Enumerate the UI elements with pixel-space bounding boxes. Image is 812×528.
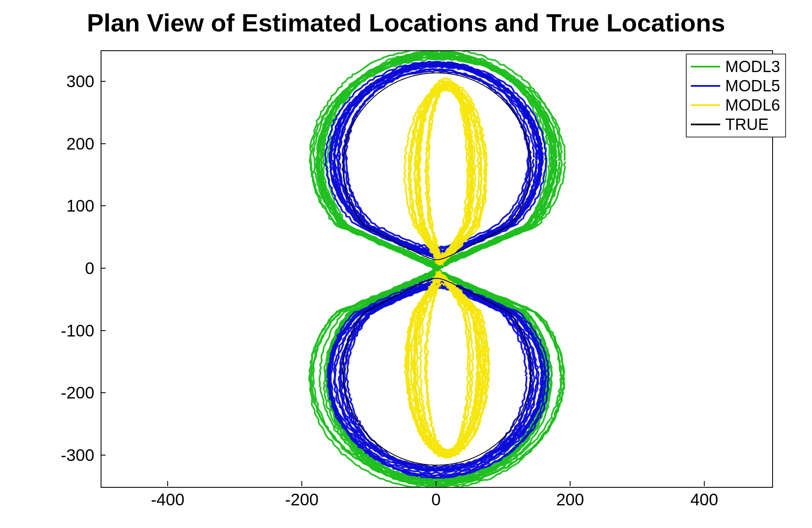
legend-label-modl6: MODL6	[725, 96, 780, 114]
legend-item-modl5: MODL5	[691, 76, 780, 96]
x-tick-mark	[301, 481, 302, 486]
series-path-modl3	[319, 50, 553, 269]
legend-item-modl3: MODL3	[691, 57, 780, 76]
x-tick-label: -400	[151, 490, 184, 509]
x-tick-mark	[704, 481, 705, 486]
y-tick-mark	[101, 143, 106, 144]
series-path-modl6	[426, 83, 472, 262]
y-tick-mark	[101, 81, 106, 82]
legend-swatch-true	[691, 124, 720, 125]
y-tick-mark	[101, 205, 106, 206]
x-tick-label: -200	[285, 490, 319, 509]
y-tick-label: -200	[61, 383, 94, 402]
x-tick-mark	[436, 481, 436, 486]
legend-swatch-modl6	[691, 104, 720, 106]
legend-label-true: TRUE	[725, 116, 768, 134]
x-tick-mark	[167, 481, 168, 486]
figure: Plan View of Estimated Locations and Tru…	[0, 0, 812, 528]
y-tick-label: -100	[61, 321, 94, 340]
legend-swatch-modl3	[691, 66, 720, 67]
y-tick-mark	[101, 268, 106, 269]
x-tick-label: 0	[431, 490, 441, 509]
y-tick-label: -300	[61, 445, 94, 464]
y-tick-label: 0	[85, 259, 94, 278]
series-path-modl5	[341, 287, 537, 469]
legend-label-modl5: MODL5	[725, 77, 780, 95]
legend-swatch-modl5	[691, 85, 720, 87]
legend-item-true: TRUE	[691, 115, 780, 134]
legend: MODL3 MODL5 MODL6 TRUE	[686, 54, 786, 137]
y-tick-label: 200	[66, 134, 94, 153]
y-tick-mark	[101, 455, 106, 456]
x-tick-label: 200	[556, 490, 584, 509]
x-tick-mark	[570, 481, 571, 486]
y-tick-label: 100	[66, 197, 94, 215]
legend-label-modl3: MODL3	[725, 58, 780, 76]
x-tick-label: 400	[690, 490, 719, 509]
y-tick-mark	[101, 330, 106, 331]
axes-box	[101, 50, 773, 488]
plot-area	[101, 51, 772, 487]
legend-item-modl6: MODL6	[691, 96, 780, 115]
y-tick-label: 300	[66, 72, 94, 91]
y-tick-mark	[101, 392, 106, 393]
chart-title: Plan View of Estimated Locations and Tru…	[0, 8, 812, 37]
